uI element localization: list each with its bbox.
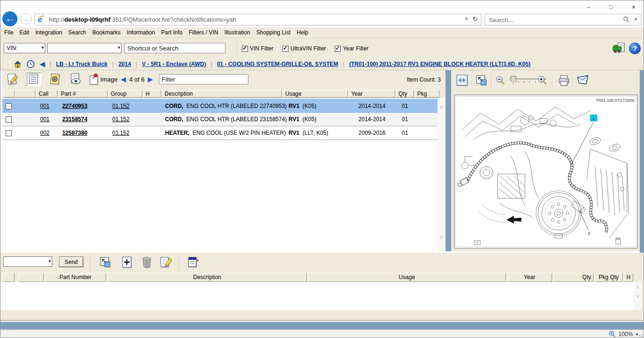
fit-width-icon[interactable] [456, 74, 468, 86]
mail-icon[interactable] [577, 74, 589, 86]
vin-selector[interactable]: VIN:▾ [4, 43, 45, 53]
browser-search-input[interactable] [488, 15, 617, 25]
next-image-button[interactable]: ▶ [148, 75, 153, 83]
refresh-icon[interactable]: ↻ [472, 15, 478, 23]
cart-column-header-description[interactable]: Description [107, 273, 307, 282]
shopping-list-add-icon[interactable] [49, 73, 62, 86]
scroll-down-icon[interactable]: ∨ [634, 293, 642, 299]
parts-filter-input[interactable] [159, 74, 248, 84]
zoom-icon[interactable] [609, 330, 616, 338]
cart-column-header-blank[interactable] [2, 273, 15, 282]
part-number-link[interactable]: 23158574 [62, 116, 87, 123]
parts-column-header-Group[interactable]: Group [108, 90, 142, 98]
minimize-button[interactable]: – [581, 3, 595, 11]
menu-part-info[interactable]: Part Info [161, 29, 182, 36]
parts-column-header-Description[interactable]: Description [162, 90, 282, 98]
scroll-up-icon[interactable]: ∧ [634, 284, 642, 290]
help-icon[interactable]: ? [629, 42, 641, 54]
parts-column-header-blank[interactable] [15, 90, 35, 98]
add-item-icon[interactable] [121, 256, 132, 268]
search-icon[interactable] [623, 16, 629, 23]
checkbox-ultravin-filter[interactable]: ✓UltraVIN Filter [282, 45, 326, 52]
row-checkbox[interactable] [6, 130, 12, 136]
zoom-out-icon[interactable] [495, 75, 505, 85]
history-clock-icon[interactable] [26, 60, 35, 68]
vehicle-report-icon[interactable] [612, 42, 626, 55]
menu-help[interactable]: Help [297, 29, 308, 36]
cart-column-header-blank[interactable] [18, 273, 44, 282]
row-checkbox[interactable] [6, 103, 12, 109]
cart-scrollbar[interactable]: ∧ ∨ [634, 282, 642, 310]
home-icon[interactable] [14, 60, 22, 68]
group-link[interactable]: 01.152 [112, 116, 130, 123]
parts-table-row[interactable]: 0012274095301.152CORD, ENG COOL HTR (LAB… [2, 99, 438, 113]
checkbox-box[interactable]: ✓ [335, 46, 341, 52]
checkbox-box[interactable]: ✓ [282, 46, 289, 52]
cart-column-header-part-number[interactable]: Part Number [45, 273, 106, 282]
menu-search[interactable]: Search [68, 29, 86, 36]
menu-illustration[interactable]: Illustration [224, 29, 250, 36]
print-icon[interactable] [558, 74, 570, 87]
cart-column-header-qty[interactable]: Qty [553, 273, 594, 282]
column-settings-icon[interactable] [187, 256, 199, 268]
part-number-link[interactable]: 22740953 [62, 103, 87, 109]
breadcrumb-link-3[interactable]: 01 - COOLING SYSTEM-GRILLE-OIL SYSTEM [217, 61, 338, 67]
breadcrumb-link-4[interactable]: (TR01-100) 2011-2017 RV1 ENGINE BLOCK HE… [349, 61, 530, 67]
parts-column-header-Usage[interactable]: Usage [283, 90, 348, 98]
list-view-icon[interactable] [27, 73, 41, 86]
row-checkbox[interactable] [6, 116, 12, 123]
fit-page-icon[interactable] [476, 74, 487, 86]
parts-column-header-Qty[interactable]: Qty [396, 90, 414, 98]
checkbox-box[interactable]: ✓ [242, 46, 248, 52]
menu-edit[interactable]: Edit [19, 29, 29, 36]
zoom-dropdown-icon[interactable]: ▾ [636, 332, 638, 337]
parts-scrollbar[interactable]: ∧ ∨ [438, 98, 446, 251]
breadcrumb-link-0[interactable]: LB - Lt Truck Buick [56, 61, 107, 67]
close-button[interactable]: × [627, 3, 641, 11]
url-text[interactable]: http://desktop-l09qrhf:351/PQMace/root.f… [49, 16, 454, 24]
menu-bookmarks[interactable]: Bookmarks [92, 29, 121, 36]
resize-grip[interactable] [639, 334, 643, 338]
parts-column-header-Year[interactable]: Year [349, 90, 395, 98]
zoom-level[interactable]: 100% [619, 331, 633, 338]
address-bar[interactable]: e http://desktop-l09qrhf:351/PQMace/root… [34, 14, 481, 25]
parts-column-header-Call[interactable]: Call [36, 90, 58, 98]
call-link[interactable]: 002 [40, 130, 50, 136]
parts-column-header-Pkg[interactable]: Pkg [415, 90, 439, 98]
menu-information[interactable]: Information [127, 29, 155, 36]
part-number-link[interactable]: 12587380 [62, 130, 87, 136]
parts-column-header-H[interactable]: H [143, 90, 161, 98]
scroll-down-icon[interactable]: ∨ [438, 234, 446, 240]
cart-column-header-year[interactable]: Year [507, 273, 552, 282]
preview-icon[interactable] [69, 73, 83, 86]
browser-back-button[interactable]: ← [2, 11, 17, 26]
parts-column-header-blank[interactable] [3, 90, 15, 98]
model-selector[interactable]: ▾ [47, 43, 122, 53]
call-link[interactable]: 001 [40, 103, 50, 109]
menu-filters-vin[interactable]: Filters / VIN [189, 29, 218, 36]
breadcrumb-link-2[interactable]: V - 5R1 - Enclave (AWD) [142, 61, 206, 67]
cart-selector[interactable]: ▾ [3, 256, 52, 267]
scroll-up-icon[interactable]: ∧ [438, 104, 446, 110]
breadcrumb-link-1[interactable]: 2014 [118, 61, 131, 67]
checkbox-year-filter[interactable]: ✓Year Filter [335, 45, 368, 52]
menu-file[interactable]: File [4, 29, 13, 36]
browser-forward-button[interactable]: → [20, 13, 32, 25]
parts-table-row[interactable]: 0021258738001.152HEATER, ENG COOL (USE W… [2, 126, 438, 140]
parts-column-header-Part #[interactable]: Part # [58, 90, 107, 98]
shortcut-search-input[interactable] [124, 43, 225, 53]
illustration-canvas[interactable]: 1 2 TR01-100 07/17/2006 [454, 95, 638, 248]
pin-note-icon[interactable] [88, 73, 100, 86]
search-dropdown-icon[interactable]: ▾ [635, 16, 637, 22]
parts-table-row[interactable]: 0012315857401.152CORD, ENG COOL HTR (LAB… [2, 113, 438, 126]
url-dropdown-icon[interactable]: ▾ [465, 16, 468, 21]
send-button[interactable]: Send [59, 256, 83, 267]
cart-column-header-pkg-qty[interactable]: Pkg Qty [594, 273, 623, 282]
group-link[interactable]: 01.152 [112, 103, 130, 109]
menu-integration[interactable]: Integration [35, 29, 62, 36]
menu-shopping-list[interactable]: Shopping List [256, 29, 291, 36]
resize-pane-icon[interactable] [99, 256, 111, 268]
edit-item-icon[interactable] [160, 256, 172, 268]
cart-column-header-h[interactable]: H [624, 273, 633, 282]
call-link[interactable]: 001 [40, 116, 50, 123]
